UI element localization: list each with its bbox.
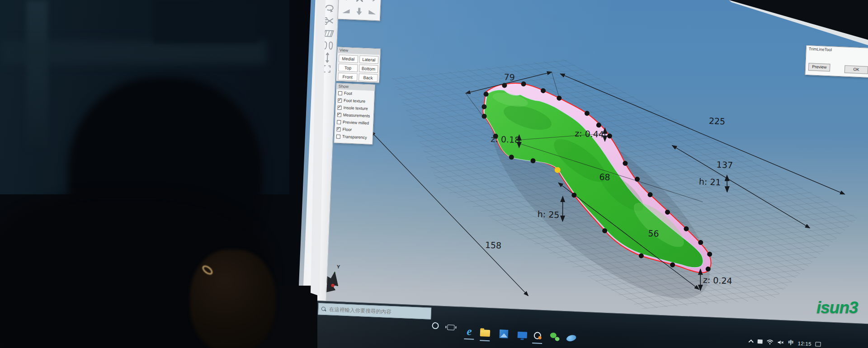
measurement-z-heel: z: 0.18 — [491, 134, 520, 145]
vertical-adjust-tool[interactable] — [321, 52, 335, 64]
person-hand — [190, 249, 276, 348]
scissors-cut-tool[interactable] — [322, 15, 336, 27]
taskbar-app-icon[interactable] — [565, 332, 577, 344]
trimlinetool-title: TrimLineTool — [807, 46, 868, 55]
system-tray: 中 12:15 — [750, 337, 821, 348]
volume-muted-icon[interactable] — [777, 340, 784, 345]
background-furniture — [26, 0, 48, 149]
view-front-button[interactable]: Front — [338, 73, 357, 81]
show-label-preview-milled: Preview milled — [343, 120, 369, 125]
show-checkbox-3[interactable] — [337, 113, 341, 117]
view-medial-button[interactable]: Medial — [339, 55, 358, 63]
photo-of-monitor: 79 225 137 z: 0.18 z: 0.44 68 h: 21 h: 2… — [0, 0, 868, 348]
view-back-button[interactable]: Back — [359, 74, 378, 82]
show-label-foot: Foot — [344, 91, 352, 96]
navigation-pad-panel — [338, 0, 382, 21]
tilt-left-button[interactable] — [339, 4, 353, 18]
taskbar-wechat-icon[interactable] — [549, 331, 561, 343]
wifi-icon[interactable] — [766, 339, 773, 345]
trimlinetool-dialog: TrimLineTool Preview OK — [805, 45, 868, 78]
insole-pair-tool[interactable] — [321, 39, 335, 52]
measurement-mid-width: 68 — [599, 172, 610, 182]
measurement-z-mid: z: 0.44 — [575, 128, 604, 140]
show-label-measurements: Measurements — [343, 113, 370, 118]
notification-center-icon[interactable] — [816, 342, 821, 346]
show-checkbox-1[interactable] — [338, 98, 342, 102]
show-checkbox-4[interactable] — [337, 120, 341, 124]
show-panel: Show Foot Foot texture Insole texture Me… — [334, 83, 375, 144]
measurement-heel-width: 79 — [504, 72, 515, 82]
trimline-ok-button[interactable]: OK — [844, 66, 868, 74]
cortana-icon[interactable] — [432, 322, 439, 329]
measurement-arch-length: 158 — [485, 240, 502, 250]
view-panel: View Medial Lateral Top Bottom Front Bac… — [336, 47, 381, 83]
taskbar-clock[interactable]: 12:15 — [797, 340, 811, 346]
measurement-h-lateral: h: 21 — [699, 176, 722, 187]
show-label-insole-texture: Insole texture — [343, 105, 368, 111]
taskbar-browser-icon[interactable] — [531, 329, 543, 342]
expand-view-tool[interactable] — [320, 63, 334, 75]
active-indicator — [532, 343, 542, 344]
tilt-right-button[interactable] — [366, 5, 380, 19]
background-window — [154, 0, 258, 43]
background-shelf — [0, 41, 267, 64]
taskbar-display-app-icon[interactable] — [516, 329, 528, 341]
show-label-foot-texture: Foot texture — [344, 98, 365, 103]
show-checkbox-0[interactable] — [338, 91, 342, 95]
measurement-length: 225 — [708, 116, 725, 126]
tray-app-icon[interactable] — [758, 339, 763, 343]
taskbar-edge-icon[interactable]: e — [463, 325, 476, 338]
tray-chevron-icon[interactable] — [749, 339, 754, 344]
measurement-z-toe: z: 0.24 — [703, 275, 733, 286]
search-input[interactable] — [329, 306, 428, 316]
show-checkbox-6[interactable] — [336, 134, 340, 138]
hatch-plane-tool[interactable] — [321, 27, 335, 39]
lasso-select-tool[interactable] — [322, 2, 336, 14]
show-checkbox-5[interactable] — [336, 127, 340, 131]
active-indicator — [464, 339, 474, 340]
taskbar-explorer-icon[interactable] — [479, 327, 491, 339]
measurement-toe-width: 56 — [648, 228, 659, 239]
monitor-display: 79 225 137 z: 0.18 z: 0.44 68 h: 21 h: 2… — [296, 0, 868, 348]
pan-down-button[interactable] — [352, 5, 366, 19]
measurement-forefoot-width: 137 — [716, 160, 733, 170]
show-label-floor: Floor — [342, 127, 352, 132]
measurement-h-arch: h: 25 — [537, 209, 560, 220]
view-lateral-button[interactable]: Lateral — [359, 56, 378, 64]
taskbar-photos-icon[interactable] — [497, 328, 509, 340]
taskbar-search-box[interactable] — [318, 303, 431, 319]
ime-indicator[interactable]: 中 — [788, 339, 794, 347]
view-top-button[interactable]: Top — [338, 64, 358, 72]
axis-y-label: Y — [337, 264, 340, 269]
show-label-transparency: Transparency — [342, 134, 367, 140]
trimline-preview-button[interactable]: Preview — [808, 63, 830, 71]
isun-logo-watermark: isun3 — [816, 298, 858, 317]
show-checkbox-2[interactable] — [337, 105, 341, 109]
viewport-3d — [296, 0, 868, 348]
search-icon — [321, 306, 326, 311]
task-view-icon[interactable] — [447, 324, 454, 330]
active-indicator — [480, 340, 490, 341]
view-bottom-button[interactable]: Bottom — [359, 65, 378, 73]
